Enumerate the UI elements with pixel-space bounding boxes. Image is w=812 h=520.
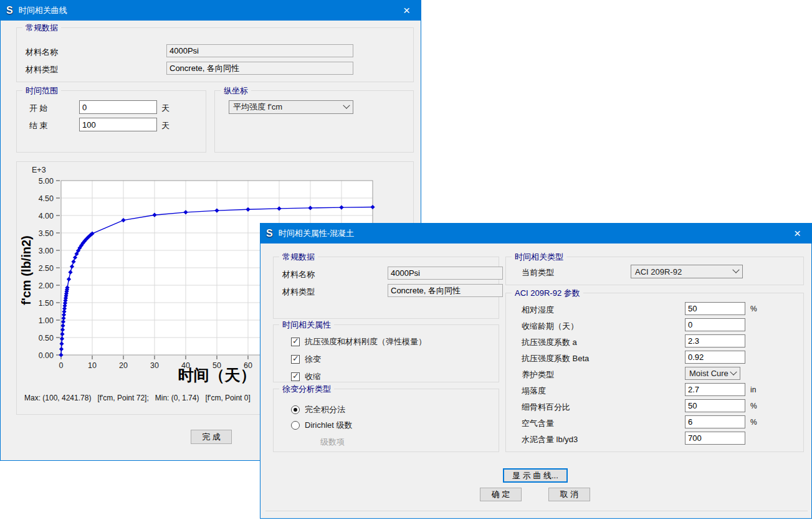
x-tick-label: 10 [88, 361, 97, 370]
y-tick-label: 2.50 [39, 264, 54, 273]
parameter-unit: % [750, 418, 757, 427]
group-legend: 时间相关类型 [512, 252, 566, 263]
y-tick-label: 4.00 [39, 212, 54, 220]
parameter-label: 养护类型 [522, 369, 554, 381]
material-type-label: 材料类型 [26, 64, 58, 75]
y-tick-label: 1.00 [39, 316, 54, 325]
radio-row[interactable]: 完全积分法 [291, 404, 345, 415]
parameter-label: 抗压强度系数 Beta [522, 353, 589, 364]
app-icon: S [266, 228, 273, 239]
material-type-label: 材料类型 [282, 286, 315, 298]
checkbox-checked[interactable] [291, 355, 300, 364]
parameter-label: 细骨料百分比 [522, 402, 570, 413]
creep-analysis-type-group: 徐变分析类型 完全积分法Dirichlet 级数 级数项 [273, 389, 499, 452]
checkbox-row[interactable]: 抗压强度和材料刚度（弹性模量） [291, 336, 426, 347]
radio-label: Dirichlet 级数 [305, 420, 353, 431]
show-curve-button[interactable]: 显 示 曲 线... [503, 468, 568, 483]
aci-parameters-group: ACI 209R-92 参数 相对湿度%收缩龄期（天）抗压强度系数 a抗压强度系… [505, 293, 804, 452]
current-type-label: 当前类型 [522, 267, 554, 278]
series-terms-button-disabled: 级数项 [320, 437, 345, 448]
parameter-input[interactable] [685, 432, 745, 445]
y-tick-label: 5.00 [39, 177, 54, 186]
parameter-unit: in [750, 385, 756, 394]
chart-max-min-readout: Max: (100, 4241.78) [f'cm, Point 72]; Mi… [24, 394, 251, 402]
cure-type-select[interactable]: Moist Cure [685, 367, 740, 380]
x-tick-label: 0 [59, 361, 64, 370]
group-legend: 徐变分析类型 [279, 384, 334, 395]
time-range-group: 时间范围 开 始 天 结 束 天 [16, 90, 206, 153]
y-tick-label: 3.00 [39, 247, 54, 255]
parameter-input[interactable] [685, 334, 745, 347]
end-unit: 天 [161, 120, 170, 131]
y-tick-label: 0.00 [39, 351, 54, 360]
parameter-label: 抗压强度系数 a [522, 337, 577, 348]
parameter-unit: % [750, 305, 757, 313]
parameter-input[interactable] [685, 302, 745, 315]
time-dependent-properties-dialog: S 时间相关属性-混凝土 × 常规数据 材料名称 4000Psi 材料类型 Co… [260, 223, 812, 519]
radio-button[interactable] [291, 421, 300, 430]
close-icon[interactable]: × [783, 224, 811, 243]
titlebar[interactable]: S 时间相关曲线 × [1, 1, 421, 21]
parameter-label: 相对湿度 [522, 305, 554, 316]
current-type-selected-value: ACI 209R-92 [635, 267, 682, 277]
current-type-select[interactable]: ACI 209R-92 [631, 265, 743, 278]
parameter-input[interactable] [685, 415, 745, 428]
group-legend: 时间范围 [22, 85, 61, 97]
start-input[interactable] [79, 100, 157, 114]
divider [265, 511, 808, 511]
ok-button[interactable]: 确 定 [480, 488, 522, 501]
start-label: 开 始 [29, 103, 48, 114]
material-name-value: 4000Psi [166, 44, 353, 57]
checkbox-checked[interactable] [291, 338, 300, 346]
material-name-value: 4000Psi [388, 267, 503, 280]
app-icon: S [6, 5, 13, 16]
x-tick-label: 20 [119, 361, 128, 370]
general-data-group: 常规数据 材料名称 4000Psi 材料类型 Concrete, 各向同性 [16, 27, 414, 82]
material-name-label: 材料名称 [26, 47, 58, 58]
checkbox-row[interactable]: 收缩 [291, 371, 321, 382]
parameter-label: 空气含量 [522, 418, 554, 429]
titlebar[interactable]: S 时间相关属性-混凝土 × [260, 224, 811, 243]
ordinate-group: 纵坐标 平均强度 f'cm [214, 90, 414, 153]
y-axis-scale-label: E+3 [32, 166, 46, 174]
end-label: 结 束 [29, 120, 48, 131]
y-tick-label: 4.50 [39, 194, 54, 203]
radio-button-selected[interactable] [291, 405, 300, 414]
ordinate-selected-value: 平均强度 f'cm [233, 102, 282, 113]
window-title: 时间相关属性-混凝土 [279, 228, 354, 239]
window-title: 时间相关曲线 [19, 5, 67, 16]
done-button[interactable]: 完 成 [191, 430, 232, 444]
material-type-value: Concrete, 各向同性 [166, 62, 353, 75]
parameter-input[interactable] [685, 351, 745, 364]
group-legend: 纵坐标 [221, 85, 251, 97]
parameter-input[interactable] [685, 399, 745, 412]
general-data-group: 常规数据 材料名称 4000Psi 材料类型 Concrete, 各向同性 [273, 257, 499, 319]
time-dependent-type-group: 时间相关类型 当前类型 ACI 209R-92 [505, 257, 804, 285]
group-legend: 常规数据 [22, 22, 61, 34]
chevron-down-icon [732, 267, 739, 273]
parameter-input[interactable] [685, 318, 745, 331]
close-icon[interactable]: × [393, 1, 421, 21]
checkbox-label: 徐变 [305, 354, 321, 365]
chevron-down-icon [343, 102, 350, 109]
checkbox-row[interactable]: 徐变 [291, 354, 321, 365]
parameter-label: 收缩龄期（天） [522, 321, 578, 332]
y-tick-label: 0.50 [39, 334, 54, 343]
material-type-value: Concrete, 各向同性 [388, 284, 503, 297]
radio-row[interactable]: Dirichlet 级数 [291, 420, 353, 431]
chevron-down-icon [730, 368, 737, 375]
y-tick-label: 1.50 [39, 299, 54, 308]
end-input[interactable] [79, 118, 157, 131]
parameter-input[interactable] [685, 383, 745, 396]
checkbox-checked[interactable] [291, 372, 300, 381]
y-tick-label: 3.50 [39, 229, 54, 238]
parameter-label: 水泥含量 lb/yd3 [522, 434, 578, 445]
start-unit: 天 [161, 103, 170, 114]
cancel-button[interactable]: 取 消 [548, 488, 590, 501]
ordinate-select[interactable]: 平均强度 f'cm [229, 100, 353, 114]
radio-label: 完全积分法 [305, 404, 345, 415]
material-name-label: 材料名称 [282, 269, 315, 280]
parameter-label: 塌落度 [522, 385, 546, 397]
y-axis-title: f'cm (lb/in2) [19, 202, 34, 339]
time-dependent-properties-group: 时间相关属性 抗压强度和材料刚度（弹性模量）徐变收缩 [273, 324, 499, 382]
